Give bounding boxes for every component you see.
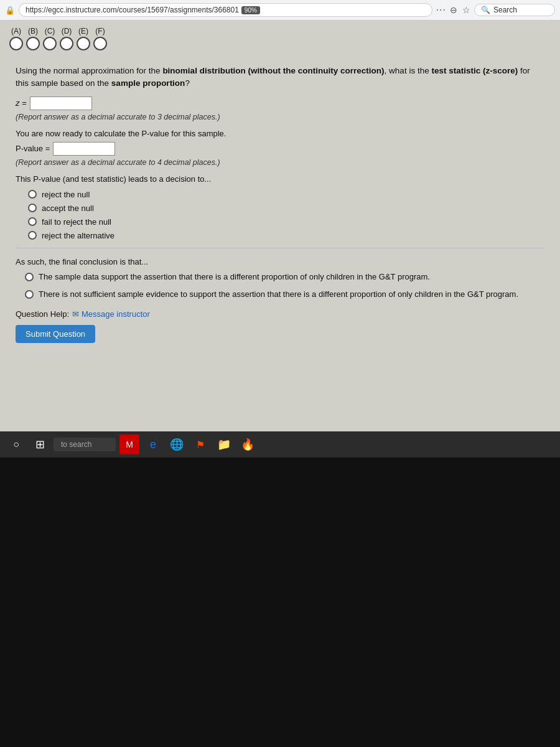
message-link-label: Message instructor xyxy=(82,309,150,319)
edge-icon[interactable]: e xyxy=(143,435,163,454)
submit-question-button[interactable]: Submit Question xyxy=(16,325,95,343)
help-label: Question Help: xyxy=(16,309,69,319)
conclusion-circle-2 xyxy=(25,290,34,299)
tab-a[interactable]: (A) xyxy=(9,27,23,50)
tab-e-circle xyxy=(77,37,90,50)
flag-icon[interactable]: ⚑ xyxy=(190,435,210,454)
tab-a-label: (A) xyxy=(11,27,21,35)
tab-c-circle xyxy=(43,37,57,50)
tab-f-circle xyxy=(93,37,107,50)
conclusion-option-1[interactable]: The sample data support the assertion th… xyxy=(25,271,544,283)
z-hint: (Report answer as a decimal accurate to … xyxy=(16,113,544,121)
tab-b[interactable]: (B) xyxy=(26,27,40,50)
tab-c-label: (C) xyxy=(45,27,55,35)
z-score-input[interactable] xyxy=(30,96,92,110)
ready-text: You are now ready to calculate the P-val… xyxy=(16,129,544,138)
pvalue-label: P-value = xyxy=(16,144,50,153)
browser-action-icons: ⊖ ☆ xyxy=(450,5,470,15)
tab-a-circle xyxy=(9,37,23,50)
pvalue-input[interactable] xyxy=(53,142,115,156)
taskbar-search-box[interactable]: to search xyxy=(54,438,116,451)
radio-fail-reject-null[interactable]: fail to reject the null xyxy=(28,217,544,227)
globe-icon[interactable]: 🌐 xyxy=(167,435,187,454)
conclusion-circle-1 xyxy=(25,273,34,281)
search-label: Search xyxy=(493,6,517,14)
tab-d-label: (D) xyxy=(62,27,72,35)
radio-circle-3 xyxy=(28,217,37,226)
bookmark-icon[interactable]: ☆ xyxy=(462,5,470,15)
tab-d[interactable]: (D) xyxy=(60,27,73,50)
pvalue-row: P-value = xyxy=(16,142,544,156)
pvalue-hint: (Report answer as a decimal accurate to … xyxy=(16,158,544,167)
folder-icon[interactable]: 📁 xyxy=(214,435,234,454)
radio-label-2: accept the null xyxy=(42,204,94,213)
browser-lock-icon: 🔒 xyxy=(5,6,15,15)
firefox-icon[interactable]: 🔥 xyxy=(238,435,258,454)
divider xyxy=(16,248,544,248)
desktop-area xyxy=(0,458,560,747)
search-icon: 🔍 xyxy=(481,6,490,14)
tab-c[interactable]: (C) xyxy=(43,27,57,50)
question-help: Question Help: ✉ Message instructor xyxy=(16,309,544,319)
question-body: Using the normal approximation for the b… xyxy=(9,62,551,352)
conclusion-text-1: The sample data support the assertion th… xyxy=(39,271,430,283)
tab-b-label: (B) xyxy=(28,27,38,35)
search-box[interactable]: 🔍 Search xyxy=(474,4,555,16)
profile-icon[interactable]: ⊖ xyxy=(450,5,457,15)
url-text: https://egcc.instructure.com/courses/156… xyxy=(26,6,239,14)
content-area: (A) (B) (C) (D) (E) (F) Using the normal… xyxy=(0,21,560,431)
radio-reject-null[interactable]: reject the null xyxy=(28,190,544,199)
start-button[interactable]: ○ xyxy=(6,435,26,454)
question-text: Using the normal approximation for the b… xyxy=(16,65,544,90)
radio-reject-alternative[interactable]: reject the alternative xyxy=(28,231,544,240)
tab-e[interactable]: (E) xyxy=(77,27,90,50)
mail-app-icon[interactable]: M xyxy=(119,435,139,454)
radio-label-1: reject the null xyxy=(42,190,90,199)
taskbar: ○ ⊞ to search M e 🌐 ⚑ 📁 🔥 xyxy=(0,431,560,458)
tab-f[interactable]: (F) xyxy=(93,27,107,50)
browser-bar: 🔒 https://egcc.instructure.com/courses/1… xyxy=(0,0,560,21)
message-instructor-link[interactable]: ✉ Message instructor xyxy=(72,309,150,319)
radio-accept-null[interactable]: accept the null xyxy=(28,204,544,213)
radio-circle-2 xyxy=(28,204,37,212)
taskview-icon[interactable]: ⊞ xyxy=(30,435,50,454)
tab-d-circle xyxy=(60,37,73,50)
decision-prompt: This P-value (and test statistic) leads … xyxy=(16,174,544,184)
radio-label-3: fail to reject the null xyxy=(42,217,111,227)
radio-circle-4 xyxy=(28,231,37,240)
conclusion-option-2[interactable]: There is not sufficient sample evidence … xyxy=(25,289,544,301)
decision-radio-group: reject the null accept the null fail to … xyxy=(28,190,544,240)
tab-b-circle xyxy=(26,37,40,50)
z-score-row: z = xyxy=(16,96,544,110)
conclusion-prompt: As such, the final conclusion is that... xyxy=(16,257,544,266)
z-label: z = xyxy=(16,98,27,108)
taskbar-search-label: to search xyxy=(61,440,91,449)
more-options-icon[interactable]: ··· xyxy=(436,4,446,16)
tab-f-label: (F) xyxy=(95,27,105,35)
envelope-icon: ✉ xyxy=(72,309,79,319)
radio-circle-1 xyxy=(28,190,37,199)
conclusion-text-2: There is not sufficient sample evidence … xyxy=(39,289,518,301)
tab-e-label: (E) xyxy=(78,27,88,35)
letter-tabs: (A) (B) (C) (D) (E) (F) xyxy=(9,27,551,50)
zoom-level: 90% xyxy=(241,6,260,14)
address-bar[interactable]: https://egcc.instructure.com/courses/156… xyxy=(19,3,432,17)
radio-label-4: reject the alternative xyxy=(42,231,114,240)
